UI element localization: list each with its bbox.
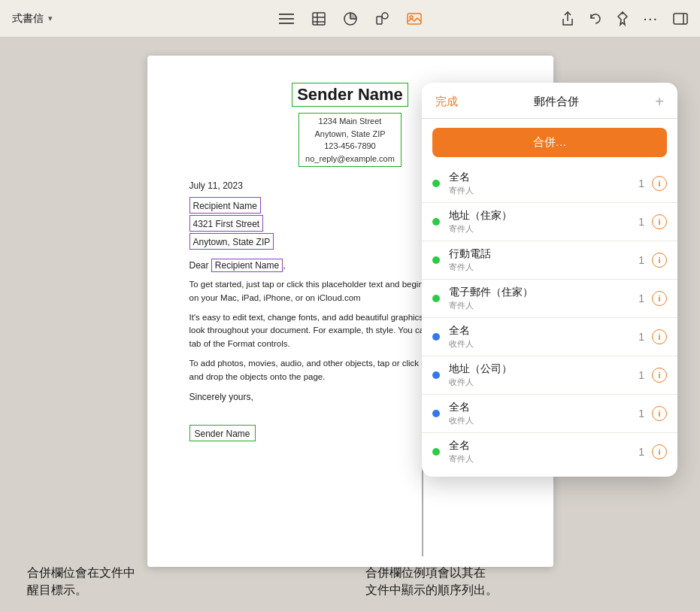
merge-count-6: 1	[638, 369, 644, 381]
merge-field-sub-7: 收件人	[449, 415, 638, 426]
merge-count-2: 1	[638, 216, 644, 228]
sender-address-block: 1234 Main Street Anytown, State ZIP 123-…	[298, 113, 402, 167]
svg-point-11	[382, 13, 388, 19]
merge-field-name-7: 全名	[449, 401, 638, 414]
svg-rect-15	[674, 14, 687, 24]
shape-icon[interactable]	[375, 12, 389, 26]
merge-labels-3: 行動電話 寄件人	[449, 247, 638, 273]
merge-count-5: 1	[638, 331, 644, 343]
merge-action-button[interactable]: 合併…	[432, 128, 667, 157]
toolbar-right: ···	[562, 10, 688, 27]
merge-item-4[interactable]: 電子郵件（住家） 寄件人 1 i	[422, 280, 677, 318]
sidebar-icon[interactable]	[673, 13, 688, 25]
sender-address-line2: Anytown, State ZIP	[314, 129, 385, 138]
merge-item-1[interactable]: 全名 寄件人 1 i	[422, 165, 677, 203]
greeting-name-text: Recipient Name	[215, 260, 279, 271]
merge-dot-7	[432, 410, 440, 417]
merge-dot-2	[432, 218, 440, 226]
svg-rect-10	[377, 17, 382, 24]
merge-count-1: 1	[638, 177, 644, 189]
sender-address-line4: no_reply@example.com	[305, 154, 395, 163]
info-icon-3[interactable]: i	[652, 253, 667, 268]
bottom-caption: 合併欄位會在文件中 醒目標示。 合併欄位例項會以其在 文件中顯示的順序列出。	[0, 565, 700, 598]
merge-labels-8: 全名 寄件人	[449, 439, 638, 465]
merge-labels-2: 地址（住家） 寄件人	[449, 209, 638, 235]
toolbar-left: 式書信 ▾	[12, 12, 53, 26]
recipient-name-field[interactable]: Recipient Name	[189, 197, 261, 214]
toolbar: 式書信 ▾	[0, 0, 700, 38]
recipient-address1-text: 4321 First Street	[193, 219, 260, 229]
merge-dot-3	[432, 256, 440, 264]
caption-left-text: 合併欄位會在文件中 醒目標示。	[27, 565, 335, 598]
info-icon-4[interactable]: i	[652, 291, 667, 306]
merge-count-7: 1	[638, 407, 644, 420]
merge-field-sub-1: 寄件人	[449, 185, 638, 196]
merge-item-8[interactable]: 全名 寄件人 1 i	[422, 433, 677, 471]
caption-right-text: 合併欄位例項會以其在 文件中顯示的順序列出。	[365, 565, 674, 598]
more-icon[interactable]: ···	[643, 10, 658, 27]
caption-right: 合併欄位例項會以其在 文件中顯示的順序列出。	[335, 565, 674, 598]
merge-count-8: 1	[638, 446, 644, 458]
recipient-address2-field[interactable]: Anytown, State ZIP	[189, 233, 274, 250]
merge-field-sub-4: 寄件人	[449, 300, 638, 311]
info-icon-5[interactable]: i	[652, 329, 667, 344]
merge-field-name-1: 全名	[449, 171, 638, 184]
document-title[interactable]: 式書信	[12, 12, 44, 26]
media-icon[interactable]	[407, 13, 422, 25]
pin-icon[interactable]	[617, 11, 628, 26]
merge-labels-5: 全名 收件人	[449, 324, 638, 350]
merge-dot-8	[432, 448, 440, 456]
sender-address: 1234 Main Street Anytown, State ZIP 123-…	[305, 115, 395, 165]
panel-done-button[interactable]: 完成	[435, 95, 458, 109]
merge-button-label: 合併…	[533, 135, 567, 148]
recipient-address1-field[interactable]: 4321 First Street	[189, 215, 264, 232]
merge-field-name-6: 地址（公司）	[449, 362, 638, 376]
info-icon-8[interactable]: i	[652, 444, 667, 459]
share-icon[interactable]	[562, 11, 574, 26]
mail-merge-panel: 完成 郵件合併 + 合併… 全名 寄件人 1 i 地址（住家）	[422, 83, 677, 477]
merge-item-6[interactable]: 地址（公司） 收件人 1 i	[422, 356, 677, 395]
info-icon-1[interactable]: i	[652, 176, 667, 191]
merge-field-name-5: 全名	[449, 324, 638, 338]
undo-icon[interactable]	[589, 12, 602, 26]
toolbar-icons	[279, 12, 422, 26]
greeting-punct: ,	[283, 260, 285, 271]
panel-header: 完成 郵件合併 +	[422, 83, 677, 119]
merge-field-name-3: 行動電話	[449, 247, 638, 261]
merge-item-2[interactable]: 地址（住家） 寄件人 1 i	[422, 203, 677, 241]
panel-add-button[interactable]: +	[655, 93, 664, 111]
merge-item-3[interactable]: 行動電話 寄件人 1 i	[422, 241, 677, 280]
sender-address-line3: 123-456-7890	[324, 141, 376, 150]
info-icon-2[interactable]: i	[652, 214, 667, 229]
merge-dot-1	[432, 180, 440, 187]
merge-field-sub-6: 收件人	[449, 377, 638, 388]
merge-field-name-2: 地址（住家）	[449, 209, 638, 223]
greeting-text: Dear	[189, 260, 211, 271]
merge-dot-4	[432, 295, 440, 302]
title-chevron-icon[interactable]: ▾	[48, 14, 53, 23]
greeting-name-field[interactable]: Recipient Name	[211, 259, 283, 272]
sender-name[interactable]: Sender Name	[297, 85, 403, 104]
merge-item-7[interactable]: 全名 收件人 1 i	[422, 395, 677, 433]
svg-rect-12	[408, 14, 421, 24]
merge-labels-7: 全名 收件人	[449, 401, 638, 426]
sender-name-bottom-field[interactable]: Sender Name	[189, 425, 256, 441]
merge-item-5[interactable]: 全名 收件人 1 i	[422, 318, 677, 356]
table-icon[interactable]	[312, 12, 326, 26]
merge-list: 全名 寄件人 1 i 地址（住家） 寄件人 1 i 行動電話	[422, 165, 677, 477]
sender-address-line1: 1234 Main Street	[319, 117, 382, 126]
merge-labels-4: 電子郵件（住家） 寄件人	[449, 286, 638, 311]
chart-icon[interactable]	[344, 12, 357, 26]
merge-count-4: 1	[638, 292, 644, 304]
merge-field-sub-3: 寄件人	[449, 262, 638, 273]
merge-field-sub-5: 收件人	[449, 338, 638, 350]
list-icon[interactable]	[279, 13, 294, 25]
merge-labels-1: 全名 寄件人	[449, 171, 638, 196]
merge-dot-6	[432, 371, 440, 379]
info-icon-6[interactable]: i	[652, 368, 667, 383]
document-area: Sender Name 1234 Main Street Anytown, St…	[0, 38, 700, 612]
caption-left: 合併欄位會在文件中 醒目標示。	[27, 565, 335, 598]
merge-labels-6: 地址（公司） 收件人	[449, 362, 638, 388]
info-icon-7[interactable]: i	[652, 406, 667, 421]
recipient-name-text: Recipient Name	[193, 201, 257, 211]
